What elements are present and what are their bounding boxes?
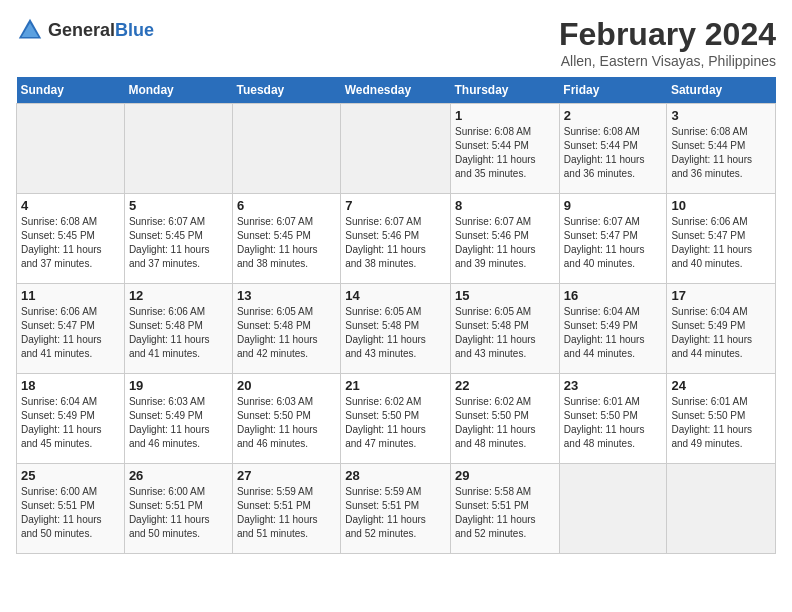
day-detail: Sunrise: 6:04 AM Sunset: 5:49 PM Dayligh… [21, 395, 120, 451]
day-detail: Sunrise: 6:01 AM Sunset: 5:50 PM Dayligh… [671, 395, 771, 451]
calendar-cell: 12Sunrise: 6:06 AM Sunset: 5:48 PM Dayli… [124, 284, 232, 374]
day-header-saturday: Saturday [667, 77, 776, 104]
calendar-cell: 26Sunrise: 6:00 AM Sunset: 5:51 PM Dayli… [124, 464, 232, 554]
day-number: 24 [671, 378, 771, 393]
day-number: 12 [129, 288, 228, 303]
day-number: 25 [21, 468, 120, 483]
calendar-cell [341, 104, 451, 194]
day-detail: Sunrise: 6:05 AM Sunset: 5:48 PM Dayligh… [455, 305, 555, 361]
calendar-cell: 19Sunrise: 6:03 AM Sunset: 5:49 PM Dayli… [124, 374, 232, 464]
day-detail: Sunrise: 6:03 AM Sunset: 5:50 PM Dayligh… [237, 395, 336, 451]
day-detail: Sunrise: 6:05 AM Sunset: 5:48 PM Dayligh… [237, 305, 336, 361]
day-number: 22 [455, 378, 555, 393]
day-number: 8 [455, 198, 555, 213]
calendar-cell: 6Sunrise: 6:07 AM Sunset: 5:45 PM Daylig… [232, 194, 340, 284]
calendar-cell [559, 464, 667, 554]
subtitle: Allen, Eastern Visayas, Philippines [559, 53, 776, 69]
calendar-cell: 15Sunrise: 6:05 AM Sunset: 5:48 PM Dayli… [451, 284, 560, 374]
calendar-cell: 24Sunrise: 6:01 AM Sunset: 5:50 PM Dayli… [667, 374, 776, 464]
calendar-cell: 10Sunrise: 6:06 AM Sunset: 5:47 PM Dayli… [667, 194, 776, 284]
day-number: 14 [345, 288, 446, 303]
day-number: 23 [564, 378, 663, 393]
calendar-cell: 1Sunrise: 6:08 AM Sunset: 5:44 PM Daylig… [451, 104, 560, 194]
day-detail: Sunrise: 6:08 AM Sunset: 5:44 PM Dayligh… [564, 125, 663, 181]
logo-icon [16, 16, 44, 44]
calendar-cell: 21Sunrise: 6:02 AM Sunset: 5:50 PM Dayli… [341, 374, 451, 464]
logo-text-blue: Blue [115, 20, 154, 40]
day-detail: Sunrise: 6:01 AM Sunset: 5:50 PM Dayligh… [564, 395, 663, 451]
day-detail: Sunrise: 6:03 AM Sunset: 5:49 PM Dayligh… [129, 395, 228, 451]
day-detail: Sunrise: 6:06 AM Sunset: 5:48 PM Dayligh… [129, 305, 228, 361]
day-detail: Sunrise: 6:00 AM Sunset: 5:51 PM Dayligh… [21, 485, 120, 541]
day-detail: Sunrise: 6:08 AM Sunset: 5:44 PM Dayligh… [455, 125, 555, 181]
calendar-cell: 20Sunrise: 6:03 AM Sunset: 5:50 PM Dayli… [232, 374, 340, 464]
calendar-cell: 14Sunrise: 6:05 AM Sunset: 5:48 PM Dayli… [341, 284, 451, 374]
calendar-cell: 25Sunrise: 6:00 AM Sunset: 5:51 PM Dayli… [17, 464, 125, 554]
day-number: 5 [129, 198, 228, 213]
day-detail: Sunrise: 6:07 AM Sunset: 5:45 PM Dayligh… [237, 215, 336, 271]
day-detail: Sunrise: 5:59 AM Sunset: 5:51 PM Dayligh… [345, 485, 446, 541]
day-detail: Sunrise: 6:06 AM Sunset: 5:47 PM Dayligh… [671, 215, 771, 271]
calendar-cell: 29Sunrise: 5:58 AM Sunset: 5:51 PM Dayli… [451, 464, 560, 554]
day-detail: Sunrise: 5:59 AM Sunset: 5:51 PM Dayligh… [237, 485, 336, 541]
day-number: 16 [564, 288, 663, 303]
day-number: 2 [564, 108, 663, 123]
calendar-cell: 8Sunrise: 6:07 AM Sunset: 5:46 PM Daylig… [451, 194, 560, 284]
day-detail: Sunrise: 6:05 AM Sunset: 5:48 PM Dayligh… [345, 305, 446, 361]
calendar-cell [124, 104, 232, 194]
day-detail: Sunrise: 6:04 AM Sunset: 5:49 PM Dayligh… [671, 305, 771, 361]
day-number: 7 [345, 198, 446, 213]
calendar-cell: 4Sunrise: 6:08 AM Sunset: 5:45 PM Daylig… [17, 194, 125, 284]
day-number: 21 [345, 378, 446, 393]
day-header-sunday: Sunday [17, 77, 125, 104]
title-area: February 2024 Allen, Eastern Visayas, Ph… [559, 16, 776, 69]
calendar-cell: 11Sunrise: 6:06 AM Sunset: 5:47 PM Dayli… [17, 284, 125, 374]
day-number: 26 [129, 468, 228, 483]
day-detail: Sunrise: 5:58 AM Sunset: 5:51 PM Dayligh… [455, 485, 555, 541]
day-header-monday: Monday [124, 77, 232, 104]
calendar-cell: 7Sunrise: 6:07 AM Sunset: 5:46 PM Daylig… [341, 194, 451, 284]
day-number: 9 [564, 198, 663, 213]
calendar-cell: 9Sunrise: 6:07 AM Sunset: 5:47 PM Daylig… [559, 194, 667, 284]
calendar-cell: 17Sunrise: 6:04 AM Sunset: 5:49 PM Dayli… [667, 284, 776, 374]
calendar-cell: 13Sunrise: 6:05 AM Sunset: 5:48 PM Dayli… [232, 284, 340, 374]
day-detail: Sunrise: 6:06 AM Sunset: 5:47 PM Dayligh… [21, 305, 120, 361]
day-number: 10 [671, 198, 771, 213]
day-header-thursday: Thursday [451, 77, 560, 104]
logo: GeneralBlue [16, 16, 154, 44]
header: GeneralBlue February 2024 Allen, Eastern… [16, 16, 776, 69]
day-number: 18 [21, 378, 120, 393]
day-detail: Sunrise: 6:02 AM Sunset: 5:50 PM Dayligh… [455, 395, 555, 451]
day-header-friday: Friday [559, 77, 667, 104]
day-number: 4 [21, 198, 120, 213]
calendar-cell [17, 104, 125, 194]
calendar-cell [667, 464, 776, 554]
day-number: 1 [455, 108, 555, 123]
calendar-cell [232, 104, 340, 194]
day-detail: Sunrise: 6:00 AM Sunset: 5:51 PM Dayligh… [129, 485, 228, 541]
day-number: 13 [237, 288, 336, 303]
calendar-cell: 5Sunrise: 6:07 AM Sunset: 5:45 PM Daylig… [124, 194, 232, 284]
day-header-wednesday: Wednesday [341, 77, 451, 104]
calendar-cell: 3Sunrise: 6:08 AM Sunset: 5:44 PM Daylig… [667, 104, 776, 194]
calendar-cell: 2Sunrise: 6:08 AM Sunset: 5:44 PM Daylig… [559, 104, 667, 194]
day-number: 17 [671, 288, 771, 303]
day-detail: Sunrise: 6:08 AM Sunset: 5:45 PM Dayligh… [21, 215, 120, 271]
day-number: 3 [671, 108, 771, 123]
day-number: 27 [237, 468, 336, 483]
day-detail: Sunrise: 6:02 AM Sunset: 5:50 PM Dayligh… [345, 395, 446, 451]
calendar-table: SundayMondayTuesdayWednesdayThursdayFrid… [16, 77, 776, 554]
day-detail: Sunrise: 6:07 AM Sunset: 5:45 PM Dayligh… [129, 215, 228, 271]
day-number: 20 [237, 378, 336, 393]
day-header-tuesday: Tuesday [232, 77, 340, 104]
day-detail: Sunrise: 6:07 AM Sunset: 5:46 PM Dayligh… [345, 215, 446, 271]
day-number: 29 [455, 468, 555, 483]
calendar-cell: 18Sunrise: 6:04 AM Sunset: 5:49 PM Dayli… [17, 374, 125, 464]
calendar-cell: 22Sunrise: 6:02 AM Sunset: 5:50 PM Dayli… [451, 374, 560, 464]
day-number: 6 [237, 198, 336, 213]
calendar-cell: 23Sunrise: 6:01 AM Sunset: 5:50 PM Dayli… [559, 374, 667, 464]
day-detail: Sunrise: 6:04 AM Sunset: 5:49 PM Dayligh… [564, 305, 663, 361]
calendar-cell: 16Sunrise: 6:04 AM Sunset: 5:49 PM Dayli… [559, 284, 667, 374]
day-detail: Sunrise: 6:07 AM Sunset: 5:46 PM Dayligh… [455, 215, 555, 271]
calendar-cell: 28Sunrise: 5:59 AM Sunset: 5:51 PM Dayli… [341, 464, 451, 554]
